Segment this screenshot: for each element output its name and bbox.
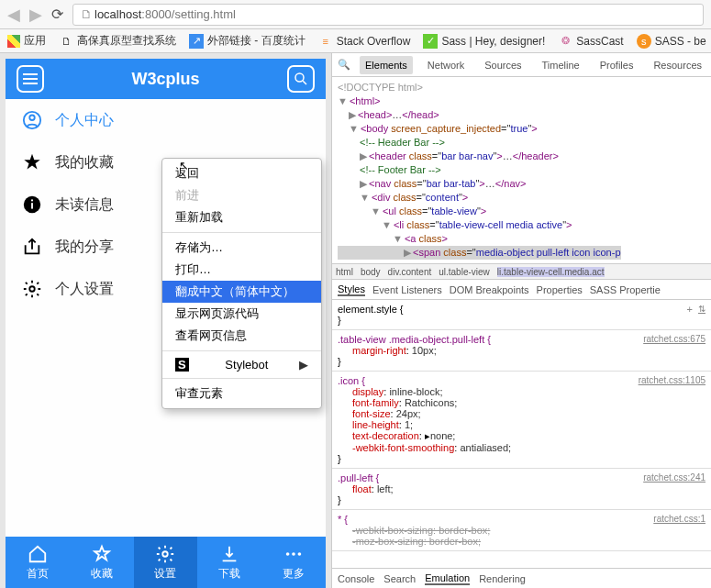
ctx-inspect[interactable]: 审查元素 bbox=[162, 383, 321, 405]
cursor-icon: ↖ bbox=[179, 159, 189, 172]
source-link[interactable]: ratchet.css:1105 bbox=[639, 375, 705, 385]
source-link[interactable]: ratchet.css:675 bbox=[643, 334, 705, 344]
add-rule-icon[interactable]: + bbox=[687, 304, 693, 315]
tab-rendering[interactable]: Rendering bbox=[479, 573, 526, 584]
bookmark-item[interactable]: ❂SassCast bbox=[558, 34, 623, 49]
ctx-forward: 前进 bbox=[162, 184, 321, 206]
tab-console[interactable]: Console bbox=[338, 573, 374, 584]
footer-home[interactable]: 首页 bbox=[6, 537, 70, 588]
ctx-reload[interactable]: 重新加载 bbox=[162, 206, 321, 228]
page-icon: 🗋 bbox=[81, 7, 93, 21]
tab-network[interactable]: Network bbox=[422, 56, 470, 74]
tab-sources[interactable]: Sources bbox=[479, 56, 527, 74]
tab-profiles[interactable]: Profiles bbox=[594, 56, 639, 74]
tab-event-listeners[interactable]: Event Listeners bbox=[372, 284, 442, 295]
main-area: W3cplus 个人中心 我的收藏 未读信息 bbox=[0, 53, 711, 588]
tab-search[interactable]: Search bbox=[383, 573, 416, 584]
ctx-translate[interactable]: 翻成中文（简体中文）↖ bbox=[162, 281, 321, 303]
svg-point-6 bbox=[31, 199, 33, 201]
dom-node[interactable]: ▼<ul class="table-view"> bbox=[338, 205, 705, 218]
dom-node[interactable]: ▼<html> bbox=[338, 94, 705, 108]
app-footer: 首页 收藏 设置 下载 更多 bbox=[6, 537, 326, 588]
ctx-save-as[interactable]: 存储为… bbox=[162, 237, 321, 259]
dom-node[interactable]: <!-- Header Bar --> bbox=[338, 136, 705, 150]
menu-label: 我的收藏 bbox=[55, 153, 114, 172]
svg-point-10 bbox=[292, 552, 295, 556]
menu-label: 我的分享 bbox=[55, 238, 114, 257]
search-button[interactable] bbox=[287, 65, 315, 93]
tab-properties[interactable]: Properties bbox=[537, 284, 583, 295]
source-link[interactable]: ratchet.css:1 bbox=[653, 514, 705, 524]
dom-node[interactable]: <!-- Footer Bar --> bbox=[338, 163, 705, 177]
styles-tabs: Styles Event Listeners DOM Breakpoints P… bbox=[332, 280, 711, 300]
user-icon bbox=[22, 110, 42, 130]
dom-node[interactable]: ▼<body screen_capture_injected="true"> bbox=[338, 122, 705, 136]
dom-node[interactable]: ▼<li class="table-view-cell media active… bbox=[338, 218, 705, 232]
ctx-print[interactable]: 打印… bbox=[162, 259, 321, 281]
bookmark-item[interactable]: ✓Sass | Hey, designer! bbox=[423, 34, 545, 49]
ctx-view-info[interactable]: 查看网页信息 bbox=[162, 325, 321, 347]
devtools: 🔍 Elements Network Sources Timeline Prof… bbox=[331, 53, 711, 588]
dom-node-selected[interactable]: ▶<span class="media-object pull-left ico… bbox=[338, 246, 621, 260]
star-icon bbox=[22, 152, 42, 172]
back-button[interactable]: ◀ bbox=[7, 5, 20, 25]
tab-resources[interactable]: Resources bbox=[648, 56, 707, 74]
menu-button[interactable] bbox=[17, 65, 44, 93]
source-link[interactable]: ratchet.css:241 bbox=[643, 472, 705, 483]
tab-timeline[interactable]: Timeline bbox=[537, 56, 585, 74]
svg-line-1 bbox=[303, 81, 306, 84]
search-icon[interactable]: 🔍 bbox=[338, 59, 350, 71]
bookmark-item[interactable]: 🗋高保真原型查找系统 bbox=[59, 33, 176, 49]
dom-tree[interactable]: <!DOCTYPE html> ▼<html> ▶<head>…</head> … bbox=[332, 77, 711, 263]
svg-point-0 bbox=[295, 73, 304, 82]
styles-panel[interactable]: element.style { + ⇅ } .table-view .media… bbox=[332, 300, 711, 568]
tab-emulation[interactable]: Emulation bbox=[425, 572, 470, 585]
css-rule[interactable]: .icon { ratchet.css:1105 display: inline… bbox=[332, 372, 711, 469]
footer-favorites[interactable]: 收藏 bbox=[70, 537, 134, 588]
url-bar[interactable]: 🗋 localhost:8000/setting.html bbox=[72, 4, 704, 26]
stats-icon: ↗ bbox=[189, 34, 204, 49]
dom-node[interactable]: <!DOCTYPE html> bbox=[338, 81, 705, 94]
search-icon bbox=[293, 71, 309, 87]
devtools-breadcrumb[interactable]: html body div.content ul.table-view li.t… bbox=[332, 263, 711, 280]
footer-more[interactable]: 更多 bbox=[261, 537, 326, 588]
css-rule[interactable]: * { ratchet.css:1 -webkit-box-sizing: bo… bbox=[332, 510, 711, 551]
separator bbox=[162, 378, 321, 379]
tab-dom-breakpoints[interactable]: DOM Breakpoints bbox=[450, 284, 529, 295]
apps-button[interactable]: 应用 bbox=[7, 33, 46, 49]
svg-point-11 bbox=[298, 552, 302, 556]
menu-label: 个人中心 bbox=[55, 111, 114, 130]
mobile-preview: W3cplus 个人中心 我的收藏 未读信息 bbox=[0, 53, 331, 588]
dom-node[interactable]: ▶<header class="bar bar-nav">…</header> bbox=[338, 150, 705, 163]
dom-node[interactable]: ▶<head>…</head> bbox=[338, 108, 705, 122]
bookmark-item[interactable]: ↗外部链接 - 百度统计 bbox=[189, 33, 306, 49]
css-rule[interactable]: .table-view .media-object.pull-left { ra… bbox=[332, 330, 711, 372]
css-rule[interactable]: .pull-left { ratchet.css:241 float: left… bbox=[332, 469, 711, 510]
footer-download[interactable]: 下载 bbox=[197, 537, 261, 588]
dom-node[interactable]: ▶<nav class="bar bar-tab">…</nav> bbox=[338, 177, 705, 191]
menu-personal-center[interactable]: 个人中心 bbox=[6, 99, 326, 141]
home-icon bbox=[28, 544, 48, 564]
context-menu: 返回 前进 重新加载 存储为… 打印… 翻成中文（简体中文）↖ 显示网页源代码 … bbox=[161, 158, 322, 409]
footer-settings[interactable]: 设置 bbox=[134, 537, 198, 588]
stylebot-icon: S bbox=[175, 358, 189, 372]
separator bbox=[162, 232, 321, 233]
ctx-stylebot[interactable]: SStylebot▶ bbox=[162, 355, 321, 374]
dom-node[interactable]: ▼<a class> bbox=[338, 232, 705, 246]
bookmark-item[interactable]: ≡Stack Overflow bbox=[318, 34, 411, 49]
svg-rect-5 bbox=[31, 203, 33, 208]
sass-icon: s bbox=[637, 34, 651, 49]
ctx-view-source[interactable]: 显示网页源代码 bbox=[162, 303, 321, 325]
forward-button[interactable]: ▶ bbox=[29, 5, 42, 25]
bookmark-item[interactable]: sSASS - be bbox=[637, 34, 706, 49]
info-icon bbox=[22, 194, 42, 215]
tab-styles[interactable]: Styles bbox=[338, 283, 365, 296]
reload-button[interactable]: ⟳ bbox=[51, 6, 63, 23]
toggle-icon[interactable]: ⇅ bbox=[698, 304, 705, 314]
tab-elements[interactable]: Elements bbox=[360, 56, 413, 74]
dom-node[interactable]: ▼<div class="content"> bbox=[338, 191, 705, 205]
share-icon bbox=[22, 237, 42, 257]
gear-icon bbox=[155, 544, 175, 564]
tab-sass-properties[interactable]: SASS Propertie bbox=[590, 284, 661, 295]
css-rule[interactable]: element.style { + ⇅ } bbox=[332, 300, 711, 330]
